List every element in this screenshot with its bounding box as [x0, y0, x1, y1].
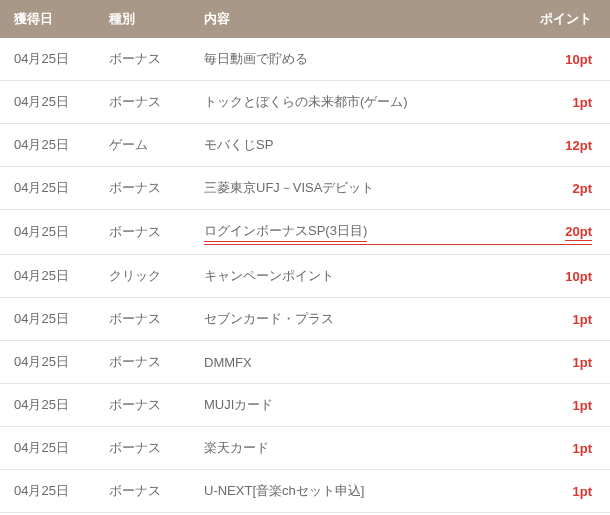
- points-text: 20pt: [565, 224, 592, 241]
- points-text: 1pt: [573, 398, 593, 413]
- cell-date: 04月25日: [0, 470, 95, 513]
- points-text: 1pt: [573, 441, 593, 456]
- cell-desc: ログインボーナスSP(3日目): [190, 210, 515, 255]
- cell-points: 1pt: [515, 427, 610, 470]
- desc-text: トックとぼくらの未来都市(ゲーム): [204, 94, 408, 109]
- points-text: 1pt: [573, 355, 593, 370]
- desc-text: モバくじSP: [204, 137, 273, 152]
- cell-kind: ボーナス: [95, 210, 190, 255]
- desc-text: 三菱東京UFJ－VISAデビット: [204, 180, 374, 195]
- cell-desc: DMMFX: [190, 341, 515, 384]
- cell-points: 12pt: [515, 124, 610, 167]
- table-row: 04月25日ボーナスMUJIカード1pt: [0, 384, 610, 427]
- cell-points: 1pt: [515, 384, 610, 427]
- points-history-panel: 獲得日 種別 内容 ポイント 04月25日ボーナス毎日動画で貯める10pt04月…: [0, 0, 610, 515]
- cell-kind: ボーナス: [95, 384, 190, 427]
- cell-desc: モバくじSP: [190, 124, 515, 167]
- cell-kind: ボーナス: [95, 341, 190, 384]
- desc-text: 楽天カード: [204, 440, 269, 455]
- table-row: 04月25日ゲームモバくじSP12pt: [0, 124, 610, 167]
- cell-kind: ゲーム: [95, 124, 190, 167]
- cell-points: 2pt: [515, 167, 610, 210]
- header-date: 獲得日: [0, 0, 95, 38]
- cell-desc: 三菱東京UFJ－VISAデビット: [190, 167, 515, 210]
- cell-kind: ボーナス: [95, 427, 190, 470]
- table-row: 04月25日ボーナス毎日動画で貯める10pt: [0, 38, 610, 81]
- cell-date: 04月25日: [0, 124, 95, 167]
- table-row: 04月25日ボーナス三菱東京UFJ－VISAデビット2pt: [0, 167, 610, 210]
- cell-date: 04月25日: [0, 81, 95, 124]
- cell-desc: 楽天カード: [190, 427, 515, 470]
- cell-desc: U-NEXT[音楽chセット申込]: [190, 470, 515, 513]
- table-header-row: 獲得日 種別 内容 ポイント: [0, 0, 610, 38]
- cell-date: 04月25日: [0, 210, 95, 255]
- points-text: 2pt: [573, 181, 593, 196]
- cell-points: 10pt: [515, 255, 610, 298]
- cell-desc: MUJIカード: [190, 384, 515, 427]
- cell-kind: ボーナス: [95, 167, 190, 210]
- cell-date: 04月25日: [0, 427, 95, 470]
- cell-date: 04月25日: [0, 38, 95, 81]
- cell-kind: ボーナス: [95, 81, 190, 124]
- table-row: 04月25日ボーナスセブンカード・プラス1pt: [0, 298, 610, 341]
- cell-date: 04月25日: [0, 298, 95, 341]
- points-text: 12pt: [565, 138, 592, 153]
- cell-points: 1pt: [515, 470, 610, 513]
- cell-date: 04月25日: [0, 384, 95, 427]
- cell-date: 04月25日: [0, 255, 95, 298]
- table-row: 04月25日ボーナスログインボーナスSP(3日目)20pt: [0, 210, 610, 255]
- table-row: 04月25日ボーナストックとぼくらの未来都市(ゲーム)1pt: [0, 81, 610, 124]
- desc-text: セブンカード・プラス: [204, 311, 334, 326]
- cell-date: 04月25日: [0, 341, 95, 384]
- desc-text: MUJIカード: [204, 397, 273, 412]
- points-text: 1pt: [573, 312, 593, 327]
- cell-desc: キャンペーンポイント: [190, 255, 515, 298]
- cell-desc: トックとぼくらの未来都市(ゲーム): [190, 81, 515, 124]
- desc-text: キャンペーンポイント: [204, 268, 334, 283]
- points-text: 1pt: [573, 95, 593, 110]
- points-text: 10pt: [565, 269, 592, 284]
- table-row: 04月25日ボーナスDMMFX1pt: [0, 341, 610, 384]
- cell-points: 1pt: [515, 81, 610, 124]
- table-row: 04月25日クリックキャンペーンポイント10pt: [0, 255, 610, 298]
- cell-points: 1pt: [515, 341, 610, 384]
- cell-kind: ボーナス: [95, 298, 190, 341]
- cell-points: 10pt: [515, 38, 610, 81]
- cell-kind: クリック: [95, 255, 190, 298]
- cell-points: 20pt: [515, 210, 610, 255]
- points-history-table: 獲得日 種別 内容 ポイント 04月25日ボーナス毎日動画で貯める10pt04月…: [0, 0, 610, 515]
- points-text: 1pt: [573, 484, 593, 499]
- cell-desc: セブンカード・プラス: [190, 298, 515, 341]
- header-kind: 種別: [95, 0, 190, 38]
- desc-text: DMMFX: [204, 355, 252, 370]
- cell-points: 1pt: [515, 298, 610, 341]
- desc-text: ログインボーナスSP(3日目): [204, 222, 367, 242]
- table-row: 04月25日ボーナスU-NEXT[音楽chセット申込]1pt: [0, 470, 610, 513]
- desc-text: U-NEXT[音楽chセット申込]: [204, 483, 364, 498]
- header-desc: 内容: [190, 0, 515, 38]
- table-row: 04月25日ボーナス楽天カード1pt: [0, 427, 610, 470]
- cell-kind: ボーナス: [95, 470, 190, 513]
- cell-date: 04月25日: [0, 167, 95, 210]
- cell-desc: 毎日動画で貯める: [190, 38, 515, 81]
- desc-text: 毎日動画で貯める: [204, 51, 308, 66]
- header-points: ポイント: [515, 0, 610, 38]
- cell-kind: ボーナス: [95, 38, 190, 81]
- points-text: 10pt: [565, 52, 592, 67]
